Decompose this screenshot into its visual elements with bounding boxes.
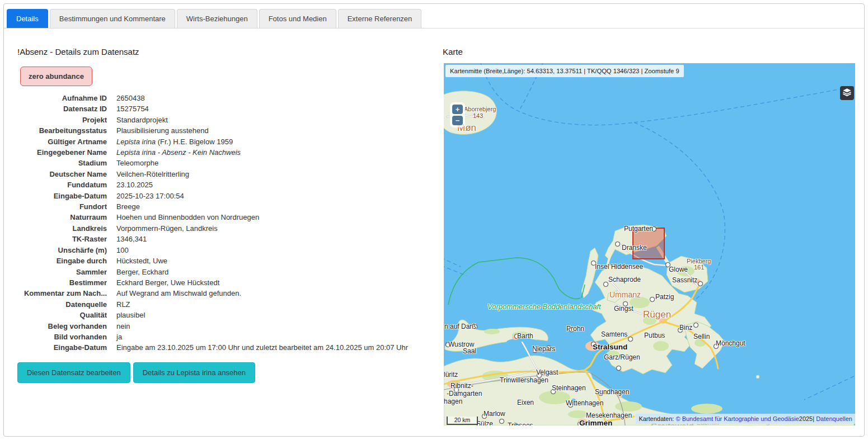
map-label: Wittenhagen: [566, 399, 603, 407]
detail-value: Lepista irina (Fr.) H.E. Bigelow 1959: [116, 136, 434, 147]
detail-value: Vorpommern-Rügen, Landkreis: [116, 223, 434, 234]
detail-value: Standardprojekt: [116, 115, 434, 125]
detail-label: Qualität: [17, 310, 107, 320]
detail-value: Eckhard Berger, Uwe Hückstedt: [116, 277, 434, 288]
map-label: n auf Darß: [444, 323, 476, 330]
detail-label: Beleg vorhanden: [17, 321, 107, 332]
map-marker: [499, 419, 504, 424]
attribution-prefix: Kartendaten:: [639, 415, 675, 422]
tab-wirts-beziehungen[interactable]: Wirts-Beziehungen: [177, 9, 257, 28]
map-attribution: Kartendaten: © Bundesamt für Kartographi…: [636, 414, 855, 424]
detail-label: Datenquelle: [17, 299, 107, 310]
map-marker: [615, 242, 620, 247]
detail-label: Eingabe-Datum: [17, 191, 107, 201]
edit-record-button[interactable]: Diesen Datensatz bearbeiten: [17, 362, 130, 383]
detail-value: Lepista irina - Absenz - Kein Nachweis: [116, 147, 434, 158]
map-marker: [628, 337, 633, 342]
map-marker: [603, 282, 608, 287]
map-label: Putgarten: [624, 225, 653, 233]
detail-label: Eingabe-Datum: [17, 342, 107, 353]
zoom-out-button[interactable]: −: [452, 116, 463, 125]
map-label: Tribsees: [508, 422, 533, 425]
map-label: lüritz: [444, 371, 458, 379]
map-label: Marlow: [484, 410, 505, 418]
map-label: Binz: [679, 324, 692, 332]
detail-value: 23.10.2025: [116, 179, 434, 190]
datenquellen-link[interactable]: Datenquellen: [816, 415, 852, 422]
tab-fotos-und-medien[interactable]: Fotos und Medien: [259, 9, 336, 28]
map-label: Sundhagen: [595, 388, 629, 396]
detail-value: plausibel: [116, 310, 434, 320]
detail-value: Eingabe am 23.10.2025 um 17:00 Uhr und z…: [116, 342, 434, 353]
detail-label: Landkreis: [17, 223, 107, 234]
detail-label: Stadium: [17, 158, 107, 168]
map-scale-bar: 20 km: [447, 417, 478, 425]
map-label: Vorpommersche Boddenlandschaft: [487, 302, 601, 311]
map-marker: [650, 297, 655, 302]
detail-value: Veilchen-Rötelritterling: [116, 169, 434, 179]
detail-value: 2025-10-23 17:00:54: [116, 191, 434, 201]
map-label: Niepars: [532, 345, 555, 353]
detail-label: Fundort: [17, 201, 107, 212]
detail-value: 15275754: [116, 103, 434, 114]
map-label: -Damgarten: [447, 390, 482, 398]
map-label: Gingst: [614, 305, 634, 313]
map-label: Saal: [463, 347, 476, 355]
tab-bestimmungen-und-kommentare[interactable]: Bestimmungen und Kommentare: [50, 9, 175, 28]
tab-externe-referenzen[interactable]: Externe Referenzen: [338, 9, 422, 28]
map-label: Sassnitz: [672, 276, 697, 284]
map-label: Mesekenhagen: [586, 411, 632, 419]
map-marker: [616, 366, 621, 371]
detail-label: Projekt: [17, 115, 107, 125]
zoom-in-button[interactable]: +: [452, 105, 463, 114]
detail-label: TK-Raster: [17, 234, 107, 244]
map[interactable]: Aborrebjerg143MønPutgartenDranskeInsel H…: [444, 63, 855, 425]
detail-label: Eingabe durch: [17, 256, 107, 266]
map-marker: [693, 323, 698, 328]
detail-label: Unschärfe (m): [17, 245, 107, 256]
map-label: Mönchgut: [716, 339, 745, 347]
detail-label: Kommentar zum Nach...: [17, 288, 107, 299]
map-label: Schaprode: [608, 276, 641, 283]
map-label: Garz/Rügen: [604, 353, 640, 361]
map-label: Steinhagen: [552, 384, 586, 392]
zoom-control: + −: [450, 102, 465, 127]
detail-label: Eingegebener Name: [17, 147, 107, 158]
map-label: Barth: [517, 332, 533, 340]
species-details-button[interactable]: Details zu Lepista irina ansehen: [133, 362, 255, 383]
detail-label: Sammler: [17, 267, 107, 277]
detail-label: Datensatz ID: [17, 103, 107, 114]
detail-value: nein: [116, 321, 434, 332]
attribution-year: 2025|: [799, 415, 816, 422]
tab-bar: Details Bestimmungen und Kommentare Wirt…: [4, 4, 864, 29]
map-label: Rügen: [643, 309, 671, 320]
detail-value: Auf Wegrand am Mischwald gefunden.: [116, 288, 434, 299]
detail-label: Deutscher Name: [17, 169, 107, 179]
map-marker: [698, 281, 703, 286]
layers-button[interactable]: [840, 86, 854, 100]
map-label: Velgast: [536, 368, 558, 376]
page-container: Details Bestimmungen und Kommentare Wirt…: [3, 3, 865, 437]
detail-value: Hoehen und Binnenbodden von Nordruegen: [116, 212, 434, 223]
map-label: Aborrebjerg: [464, 106, 496, 112]
map-label: Sülze: [476, 420, 493, 425]
tab-details[interactable]: Details: [7, 9, 48, 28]
zero-abundance-badge: zero abundance: [20, 67, 92, 86]
detail-value: RLZ: [116, 299, 434, 310]
detail-label: Funddatum: [17, 179, 107, 190]
map-label: 161: [694, 264, 704, 271]
detail-label: Bild vorhanden: [17, 332, 107, 342]
map-label: Ummanz: [609, 290, 641, 299]
details-rows: Aufnahme ID2650438Datensatz ID15275754Pr…: [17, 93, 434, 353]
detail-label: Gültiger Artname: [17, 136, 107, 147]
map-label: Dranske: [622, 244, 647, 252]
detail-value: Berger, Eckhard: [116, 267, 434, 277]
detail-value: ja: [116, 332, 434, 342]
map-label: Insel Hiddensee: [595, 263, 643, 271]
detail-value: Plausibilisierung ausstehend: [116, 125, 434, 136]
map-label: Patzig: [655, 293, 674, 301]
map-label: Putbus: [644, 332, 665, 339]
layers-icon: [842, 87, 852, 99]
bkg-link[interactable]: © Bundesamt für Kartographie und Geodäsi…: [675, 415, 799, 422]
map-label: Sellin: [693, 333, 710, 340]
